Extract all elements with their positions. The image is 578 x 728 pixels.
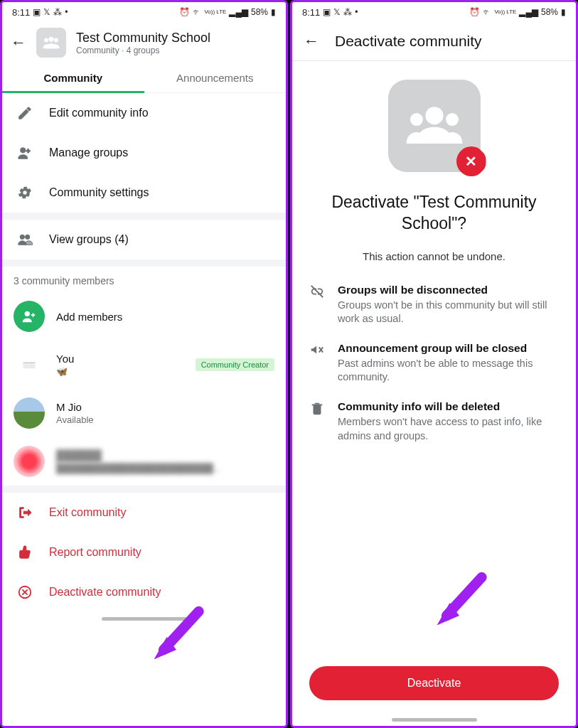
member-row-you[interactable]: ▒▒▒ You 🦋 Community Creator: [2, 341, 286, 389]
person-add-icon: [16, 144, 33, 161]
bullet-heading: Groups will be disconnected: [338, 284, 559, 296]
bullet-heading: Announcement group will be closed: [338, 342, 559, 355]
status-time: 8:11: [302, 7, 320, 18]
antenna-icon: ⁂: [53, 7, 62, 17]
page-title: Deactivate community: [335, 33, 482, 50]
pencil-icon: [16, 105, 33, 122]
row-add-members[interactable]: Add members: [2, 292, 286, 341]
add-person-icon: [14, 301, 45, 332]
svg-point-8: [410, 113, 422, 126]
member-name: M Jio: [56, 401, 274, 413]
svg-point-10: [425, 107, 443, 124]
status-bar: 8:11 ▣ 𝕏 ⁂ • ⏰ ᯤ Vo)) LTE ▂▄▆ 58% ▮: [292, 2, 576, 22]
wifi-icon: ᯤ: [483, 7, 491, 17]
svg-point-3: [21, 148, 26, 153]
row-label: Exit community: [49, 506, 126, 519]
tab-announcements[interactable]: Announcements: [144, 63, 287, 92]
dot-icon: •: [65, 7, 68, 17]
antenna-icon: ⁂: [343, 7, 352, 17]
row-label: Manage groups: [49, 146, 128, 159]
svg-point-9: [446, 113, 459, 126]
community-subtitle: Community · 4 groups: [76, 46, 210, 55]
deactivate-button[interactable]: Deactivate: [309, 666, 559, 700]
svg-point-2: [49, 37, 54, 42]
creator-badge: Community Creator: [196, 358, 274, 371]
avatar: ▒▒▒: [14, 349, 45, 380]
gear-icon: [16, 184, 33, 201]
screen-deactivate-confirm: 8:11 ▣ 𝕏 ⁂ • ⏰ ᯤ Vo)) LTE ▂▄▆ 58% ▮ ← De…: [290, 0, 578, 728]
row-manage-groups[interactable]: Manage groups: [2, 133, 286, 173]
community-avatar[interactable]: [36, 28, 66, 58]
member-status: ████████████████████████...: [56, 463, 274, 473]
trash-icon: [309, 400, 325, 416]
member-status: 🦋: [56, 366, 184, 377]
lte-label: Vo)) LTE: [494, 9, 516, 15]
battery-pct: 58%: [251, 7, 268, 17]
wifi-icon: ᯤ: [193, 7, 201, 17]
people-icon: [16, 231, 33, 248]
nav-bar: [2, 612, 286, 625]
bullet-info-deleted: Community info will be deleted Members w…: [309, 400, 559, 443]
row-label: Report community: [49, 546, 141, 559]
signal-icon: ▂▄▆: [519, 7, 538, 17]
confirm-title: Deactivate "Test Community School"?: [309, 192, 559, 235]
member-status: Available: [56, 414, 274, 425]
bullet-body: Past admins won't be able to message thi…: [338, 357, 559, 385]
row-view-groups[interactable]: View groups (4): [2, 220, 286, 259]
bullet-heading: Community info will be deleted: [338, 400, 559, 413]
confirm-subtitle: This action cannot be undone.: [309, 250, 559, 262]
svg-point-0: [44, 38, 48, 43]
svg-point-4: [20, 235, 24, 239]
nav-bar: [292, 713, 576, 726]
deactivate-icon: [16, 584, 33, 601]
row-label: Deactivate community: [49, 586, 161, 599]
status-bar: 8:11 ▣ 𝕏 ⁂ • ⏰ ᯤ Vo)) LTE ▂▄▆ 58% ▮: [2, 2, 286, 22]
svg-point-1: [54, 38, 58, 43]
battery-icon: ▮: [271, 7, 276, 17]
svg-point-6: [25, 311, 30, 316]
page-header: ← Deactivate community: [292, 22, 576, 60]
lte-label: Vo)) LTE: [204, 9, 226, 15]
tabs: Community Announcements: [2, 63, 286, 93]
bullet-list: Groups will be disconnected Groups won't…: [309, 284, 559, 443]
row-deactivate-community[interactable]: Deactivate community: [2, 572, 286, 612]
dot-icon: •: [355, 7, 358, 17]
x-icon: 𝕏: [43, 7, 50, 17]
row-report-community[interactable]: Report community: [2, 532, 286, 572]
screen-community-info: 8:11 ▣ 𝕏 ⁂ • ⏰ ᯤ Vo)) LTE ▂▄▆ 58% ▮ ← Te…: [0, 0, 288, 728]
row-label: View groups (4): [49, 233, 129, 246]
tab-community[interactable]: Community: [2, 63, 144, 92]
app-header: ← Test Community School Community · 4 gr…: [2, 22, 286, 63]
community-avatar-large: ✕: [388, 80, 481, 172]
svg-point-5: [25, 235, 29, 239]
battery-icon: ▮: [561, 7, 566, 17]
row-label: Community settings: [49, 186, 149, 199]
signal-icon: ▂▄▆: [229, 7, 248, 17]
x-icon: 𝕏: [333, 7, 341, 17]
member-row[interactable]: M Jio Available: [2, 389, 286, 437]
megaphone-mute-icon: [309, 342, 325, 358]
bullet-body: Groups won't be in this community but wi…: [338, 299, 559, 326]
row-community-settings[interactable]: Community settings: [2, 173, 286, 213]
back-button[interactable]: ←: [304, 32, 319, 50]
gallery-icon: ▣: [33, 7, 41, 17]
member-row-redacted[interactable]: ██████ ████████████████████████...: [2, 437, 286, 486]
member-name: ██████: [56, 449, 274, 461]
exit-icon: [16, 504, 33, 521]
thumbs-down-icon: [16, 544, 33, 561]
back-button[interactable]: ←: [11, 33, 26, 52]
avatar-blurred: [14, 446, 45, 477]
status-time: 8:11: [12, 7, 30, 18]
community-title: Test Community School: [76, 31, 210, 46]
row-exit-community[interactable]: Exit community: [2, 493, 286, 532]
unlink-icon: [309, 284, 325, 299]
alarm-icon: ⏰: [179, 7, 190, 17]
avatar: [14, 397, 45, 429]
add-members-label: Add members: [56, 311, 274, 323]
row-label: Edit community info: [49, 107, 149, 119]
bullet-disconnect: Groups will be disconnected Groups won't…: [309, 284, 559, 326]
alarm-icon: ⏰: [469, 7, 480, 17]
bullet-announcement-closed: Announcement group will be closed Past a…: [309, 342, 559, 385]
button-label: Deactivate: [407, 677, 461, 689]
row-edit-community[interactable]: Edit community info: [2, 93, 286, 133]
